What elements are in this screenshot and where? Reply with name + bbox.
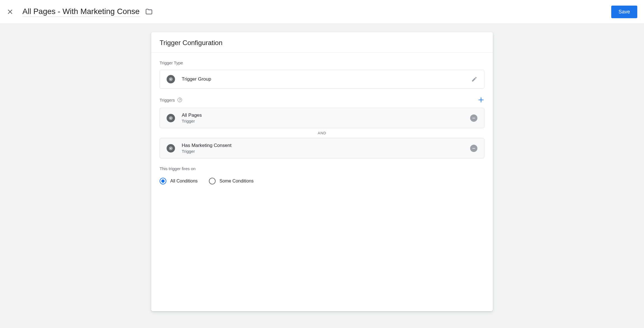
svg-point-3 bbox=[170, 78, 171, 80]
trigger-group-icon bbox=[167, 75, 175, 83]
minus-icon bbox=[472, 116, 476, 120]
add-trigger-button[interactable] bbox=[478, 97, 484, 103]
remove-trigger-button[interactable] bbox=[470, 114, 477, 122]
triggers-help-button[interactable]: ? bbox=[178, 98, 182, 102]
triggers-section: Triggers ? All Pages Trigger bbox=[151, 89, 493, 158]
svg-point-10 bbox=[170, 147, 171, 149]
close-icon bbox=[7, 9, 13, 15]
and-separator: AND bbox=[160, 128, 484, 138]
trigger-name: Has Marketing Consent bbox=[182, 143, 463, 148]
trigger-type-row[interactable]: Trigger Group bbox=[160, 70, 484, 89]
trigger-row[interactable]: Has Marketing Consent Trigger bbox=[160, 138, 484, 158]
trigger-type-label-text: Trigger Type bbox=[160, 60, 183, 65]
trigger-subtitle: Trigger bbox=[182, 149, 463, 154]
trigger-name-input[interactable] bbox=[22, 7, 140, 17]
close-button[interactable] bbox=[7, 8, 13, 15]
triggers-label-text: Triggers bbox=[160, 98, 175, 102]
radio-label: All Conditions bbox=[170, 179, 198, 184]
pencil-icon bbox=[471, 76, 477, 82]
trigger-type-section: Trigger Type Trigger Group bbox=[151, 53, 493, 89]
radio-indicator bbox=[160, 178, 166, 184]
config-card: Trigger Configuration Trigger Type Trigg… bbox=[151, 32, 493, 311]
triggers-label-row: Triggers ? bbox=[160, 97, 484, 103]
edit-trigger-type-button[interactable] bbox=[471, 76, 477, 82]
folder-button[interactable] bbox=[145, 8, 153, 16]
radio-some-conditions[interactable]: Some Conditions bbox=[209, 178, 254, 184]
conditions-radio-group: All Conditions Some Conditions bbox=[160, 176, 484, 184]
minus-icon bbox=[472, 146, 476, 150]
radio-indicator bbox=[209, 178, 216, 184]
trigger-type-value: Trigger Group bbox=[182, 76, 465, 82]
card-title: Trigger Configuration bbox=[151, 32, 493, 53]
trigger-subtitle: Trigger bbox=[182, 119, 463, 123]
trigger-type-label: Trigger Type bbox=[160, 60, 484, 65]
remove-trigger-button[interactable] bbox=[470, 145, 477, 152]
trigger-icon bbox=[167, 144, 175, 153]
trigger-icon bbox=[167, 114, 175, 122]
fires-on-label: This trigger fires on bbox=[160, 166, 484, 171]
workspace: Trigger Configuration Trigger Type Trigg… bbox=[0, 24, 644, 328]
radio-all-conditions[interactable]: All Conditions bbox=[160, 178, 198, 184]
save-button[interactable]: Save bbox=[611, 6, 637, 18]
fires-on-label-text: This trigger fires on bbox=[160, 166, 195, 171]
folder-icon bbox=[145, 8, 153, 16]
trigger-name: All Pages bbox=[182, 113, 463, 118]
svg-point-7 bbox=[170, 117, 171, 119]
trigger-row[interactable]: All Pages Trigger bbox=[160, 108, 484, 128]
radio-label: Some Conditions bbox=[220, 179, 254, 184]
fires-on-section: This trigger fires on All Conditions Som… bbox=[151, 158, 493, 184]
plus-icon bbox=[478, 97, 484, 103]
editor-header: Save bbox=[0, 0, 644, 24]
